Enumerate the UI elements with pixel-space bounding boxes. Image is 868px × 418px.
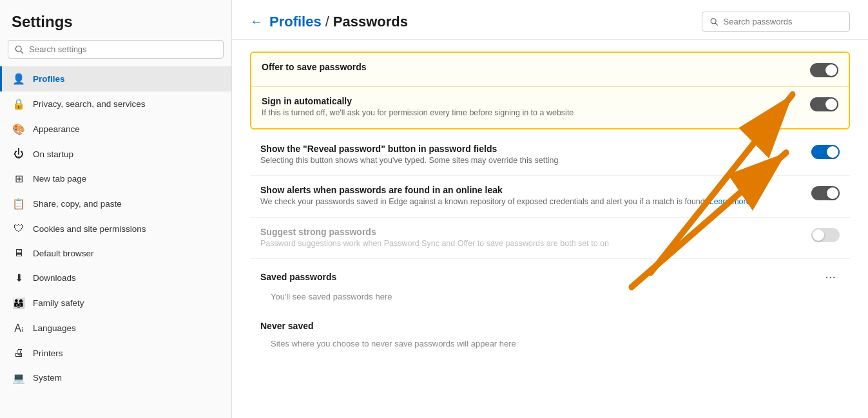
on-startup-icon: ⏻ bbox=[12, 148, 25, 160]
sidebar-item-printers[interactable]: 🖨 Printers bbox=[0, 341, 231, 365]
saved-passwords-header: Saved passwords ··· bbox=[250, 259, 850, 288]
sidebar-item-on-startup[interactable]: ⏻ On startup bbox=[0, 142, 231, 166]
suggest-strong-title: Suggest strong passwords bbox=[260, 227, 798, 237]
saved-passwords-empty: You'll see saved passwords here bbox=[250, 288, 850, 310]
setting-text-sign-in-auto: Sign in automatically If this is turned … bbox=[262, 96, 810, 119]
sidebar-item-appearance[interactable]: 🎨 Appearance bbox=[0, 117, 231, 142]
system-icon: 💻 bbox=[12, 372, 25, 384]
setting-row-offer-save: Offer to save passwords bbox=[251, 53, 849, 87]
profiles-icon: 👤 bbox=[12, 73, 25, 85]
sign-in-auto-desc: If this is turned off, we'll ask you for… bbox=[262, 108, 797, 119]
offer-save-title: Offer to save passwords bbox=[262, 62, 797, 72]
nav-list: 👤 Profiles 🔒 Privacy, search, and servic… bbox=[0, 66, 231, 418]
cookies-icon: 🛡 bbox=[12, 223, 25, 234]
offer-save-toggle-track[interactable] bbox=[810, 63, 838, 77]
svg-line-3 bbox=[715, 23, 717, 24]
privacy-icon: 🔒 bbox=[12, 98, 25, 110]
sidebar-item-label-appearance: Appearance bbox=[33, 124, 80, 134]
sidebar-item-privacy[interactable]: 🔒 Privacy, search, and services bbox=[0, 91, 231, 117]
setting-text-leak-alerts: Show alerts when passwords are found in … bbox=[260, 185, 811, 208]
content-wrapper: Offer to save passwords Sign in automati… bbox=[232, 40, 868, 418]
sidebar-item-label-family-safety: Family safety bbox=[33, 298, 84, 308]
sign-in-auto-title: Sign in automatically bbox=[262, 96, 797, 106]
sidebar-item-cookies[interactable]: 🛡 Cookies and site permissions bbox=[0, 216, 231, 241]
leak-alerts-desc: We check your passwords saved in Edge ag… bbox=[260, 196, 798, 208]
sidebar-item-share[interactable]: 📋 Share, copy, and paste bbox=[0, 191, 231, 216]
sidebar-item-new-tab[interactable]: ⊞ New tab page bbox=[0, 166, 231, 191]
sidebar-item-label-cookies: Cookies and site permissions bbox=[33, 224, 146, 234]
sidebar-item-label-new-tab: New tab page bbox=[33, 174, 86, 184]
leak-alerts-toggle-track[interactable] bbox=[811, 186, 840, 200]
highlighted-group: Offer to save passwords Sign in automati… bbox=[250, 52, 850, 129]
breadcrumb-separator: / bbox=[325, 14, 329, 30]
saved-passwords-title: Saved passwords bbox=[260, 272, 336, 282]
setting-row-sign-in-auto: Sign in automatically If this is turned … bbox=[251, 87, 849, 128]
downloads-icon: ⬇ bbox=[12, 272, 25, 284]
search-passwords-input[interactable] bbox=[724, 17, 842, 26]
setting-text-offer-save: Offer to save passwords bbox=[262, 62, 810, 73]
reveal-password-toggle-knob bbox=[827, 146, 838, 158]
reveal-password-desc: Selecting this button shows what you've … bbox=[260, 155, 798, 167]
svg-line-1 bbox=[21, 51, 23, 53]
sidebar-item-label-languages: Languages bbox=[33, 323, 76, 333]
sidebar-item-label-share: Share, copy, and paste bbox=[33, 199, 122, 209]
breadcrumb-profiles-link[interactable]: Profiles bbox=[269, 14, 322, 30]
setting-text-reveal-password: Show the "Reveal password" button in pas… bbox=[260, 144, 811, 167]
header-search-icon bbox=[710, 17, 719, 26]
setting-row-suggest-strong: Suggest strong passwords Password sugges… bbox=[250, 218, 850, 260]
main-panel: ← Profiles / Passwords Offer to save pas… bbox=[232, 0, 868, 418]
sign-in-auto-toggle-track[interactable] bbox=[810, 97, 838, 111]
sidebar-item-label-on-startup: On startup bbox=[33, 149, 73, 159]
sidebar-item-system[interactable]: 💻 System bbox=[0, 365, 231, 390]
sign-in-auto-toggle[interactable] bbox=[810, 97, 838, 111]
leak-alerts-toggle-knob bbox=[827, 187, 838, 199]
never-saved-header: Never saved bbox=[250, 310, 850, 335]
search-settings-input[interactable] bbox=[29, 44, 217, 54]
reveal-password-toggle[interactable] bbox=[811, 145, 840, 159]
sidebar-item-profiles[interactable]: 👤 Profiles bbox=[0, 66, 231, 91]
sidebar-item-label-profiles: Profiles bbox=[33, 74, 65, 84]
reveal-password-title: Show the "Reveal password" button in pas… bbox=[260, 144, 798, 154]
setting-row-reveal-password: Show the "Reveal password" button in pas… bbox=[250, 135, 850, 176]
never-saved-title: Never saved bbox=[260, 321, 314, 331]
sidebar-item-label-privacy: Privacy, search, and services bbox=[33, 99, 146, 109]
header-search-box[interactable] bbox=[702, 12, 850, 32]
saved-passwords-menu-button[interactable]: ··· bbox=[821, 269, 840, 284]
content-area: Offer to save passwords Sign in automati… bbox=[232, 40, 868, 369]
sidebar-item-label-system: System bbox=[33, 373, 62, 383]
learn-more-link[interactable]: Learn more bbox=[709, 197, 751, 206]
default-browser-icon: 🖥 bbox=[12, 247, 25, 259]
printers-icon: 🖨 bbox=[12, 347, 25, 359]
sign-in-auto-toggle-knob bbox=[825, 99, 837, 110]
sidebar-item-languages[interactable]: Aᵢ Languages bbox=[0, 316, 231, 341]
leak-alerts-toggle[interactable] bbox=[811, 186, 840, 200]
suggest-strong-toggle-track bbox=[811, 228, 840, 242]
reveal-password-toggle-track[interactable] bbox=[811, 145, 840, 159]
sidebar-item-label-downloads: Downloads bbox=[33, 273, 76, 283]
offer-save-toggle[interactable] bbox=[810, 63, 838, 77]
family-safety-icon: 👨‍👩‍👧 bbox=[12, 297, 25, 309]
languages-icon: Aᵢ bbox=[12, 322, 25, 334]
leak-alerts-title: Show alerts when passwords are found in … bbox=[260, 185, 798, 195]
sidebar-item-label-default-browser: Default browser bbox=[33, 249, 94, 258]
sidebar-item-family-safety[interactable]: 👨‍👩‍👧 Family safety bbox=[0, 290, 231, 316]
setting-row-leak-alerts: Show alerts when passwords are found in … bbox=[250, 176, 850, 218]
breadcrumb: ← Profiles / Passwords bbox=[250, 14, 408, 30]
back-button[interactable]: ← bbox=[250, 14, 263, 29]
offer-save-toggle-knob bbox=[825, 64, 837, 76]
suggest-strong-toggle bbox=[811, 228, 840, 242]
sidebar-item-default-browser[interactable]: 🖥 Default browser bbox=[0, 241, 231, 265]
never-saved-empty: Sites where you choose to never save pas… bbox=[250, 335, 850, 357]
suggest-strong-desc: Password suggestions work when Password … bbox=[260, 238, 798, 250]
suggest-strong-toggle-knob bbox=[813, 229, 824, 241]
sidebar-item-downloads[interactable]: ⬇ Downloads bbox=[0, 265, 231, 290]
sidebar-search-box[interactable] bbox=[8, 40, 224, 59]
main-header: ← Profiles / Passwords bbox=[232, 0, 868, 40]
sidebar-title: Settings bbox=[0, 6, 231, 40]
sidebar-search-icon bbox=[15, 45, 24, 54]
appearance-icon: 🎨 bbox=[12, 123, 25, 135]
new-tab-icon: ⊞ bbox=[12, 173, 25, 185]
share-icon: 📋 bbox=[12, 198, 25, 210]
setting-text-suggest-strong: Suggest strong passwords Password sugges… bbox=[260, 227, 811, 250]
sidebar-item-label-printers: Printers bbox=[33, 348, 63, 358]
